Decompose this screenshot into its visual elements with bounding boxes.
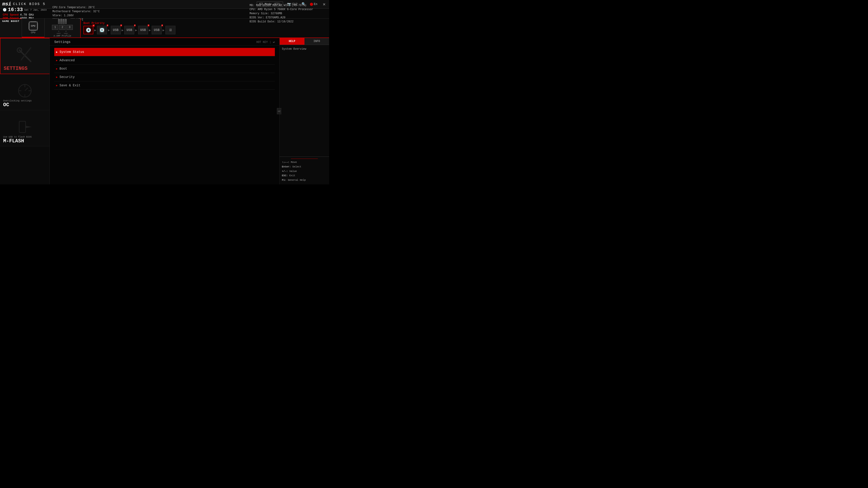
mem-size: Memory Size: 32768MB — [250, 11, 327, 15]
menu-label-security: Security — [59, 75, 74, 79]
collapse-handle[interactable]: ≪ — [277, 108, 281, 114]
sidebar-item-settings[interactable]: SETTINGS — [0, 38, 50, 74]
menu-item-security[interactable]: ▶ Security — [54, 73, 275, 81]
mflash-sublabel: Use USB to flash BIOS — [3, 136, 46, 138]
cpu-speed-value: 4.70 GHz — [20, 13, 34, 17]
logo-area: msi CLICK BIOS 5 — [2, 1, 46, 7]
oc-main-label: OC — [3, 102, 46, 108]
center-panel: Settings HOT KEY | ↩ ▶ System Status ▶ A… — [50, 38, 279, 184]
clock-icon: 🕐 — [3, 8, 6, 12]
boot-device-3[interactable]: USB U — [111, 26, 121, 34]
boot-dev2-usb: U — [107, 24, 108, 26]
date-display: Sat 7 Jan, 2023 — [24, 8, 46, 11]
axmp-ram-icon — [58, 19, 67, 24]
menu-arrow-3: ▶ — [56, 67, 58, 70]
hotkey-esc: ESC: Exit — [282, 173, 327, 178]
boot-dev1-badge: ● — [92, 24, 95, 27]
settings-menu: ▶ System Status ▶ Advanced ▶ Boot ▶ Secu… — [50, 46, 279, 92]
menu-arrow-2: ▶ — [56, 59, 58, 62]
vcore: VCore: 1.208V — [53, 13, 250, 18]
menu-item-advanced[interactable]: ▶ Advanced — [54, 56, 275, 65]
left-sidebar: SETTINGS Overclocking settings OC — [0, 38, 50, 184]
help-content-area: System Overview — [280, 45, 329, 157]
axmp-btn-1[interactable]: 1 — [52, 25, 58, 30]
boot-arrow-5: ▶ — [149, 28, 151, 32]
boot-device-6[interactable]: USB U — [152, 26, 162, 34]
usb1-label: USB — [113, 28, 119, 32]
axmp-user-2: 2user — [63, 30, 69, 34]
cpu-temp: CPU Core Temperature: 20°C — [53, 5, 250, 9]
menu-label-boot: Boot — [59, 67, 67, 70]
boot-dev3-usb: U — [120, 24, 122, 26]
menu-arrow-1: ▶ — [56, 51, 58, 54]
cdrom-icon: 💽 — [99, 28, 104, 33]
boot-arrow-6: ▶ — [162, 28, 165, 32]
network-icon: 🖥 — [168, 28, 172, 32]
boot-arrow-1: ▶ — [94, 28, 96, 32]
axmp-block: 1 2 3 1user 2user A-XMP Profile — [44, 19, 81, 37]
tab-help[interactable]: HELP — [280, 38, 305, 45]
boot-priority-label: Boot Priority — [84, 22, 327, 25]
clock-display: 16:33 — [8, 7, 23, 13]
hotkey-move: ↑↓←→: Move — [282, 160, 327, 165]
boot-arrow-3: ▶ — [121, 28, 124, 32]
cpu-chip-icon: CPU — [29, 22, 37, 30]
menu-label-system-status: System Status — [59, 50, 84, 54]
tab-info[interactable]: INFO — [305, 38, 329, 45]
menu-label-advanced: Advanced — [59, 59, 74, 62]
bios-title: CLICK BIOS 5 — [13, 2, 46, 6]
axmp-btn-3[interactable]: 3 — [66, 25, 73, 30]
right-panel: HELP INFO System Overview ≪ ↑↓←→: Move E… — [279, 38, 329, 184]
sidebar-item-mflash[interactable]: Use USB to flash BIOS M-FLASH — [0, 110, 50, 147]
info-bar: 🕐 16:33 Sat 7 Jan, 2023 CPU Speed 4.70 G… — [0, 8, 329, 19]
boot-priority-block: Boot Priority 💿 ● ▶ 💽 U ▶ USB — [81, 19, 329, 37]
boot-device-1[interactable]: 💿 ● — [84, 26, 93, 34]
right-panel-tabs: HELP INFO — [280, 38, 329, 45]
boot-dev4-usb: U — [134, 24, 136, 26]
game-boost-label: GAME BOOST — [0, 19, 22, 37]
help-text: System Overview — [282, 47, 306, 51]
cpu-text: CPU — [31, 25, 35, 27]
cpu-selector[interactable]: CPU CPU — [22, 19, 44, 37]
mb-name: MB: MAG B650M MORTAR WIFI (MS-7D76) — [250, 3, 327, 7]
back-icon[interactable]: ↩ — [273, 40, 275, 44]
settings-bg-tools — [15, 46, 35, 65]
settings-panel-title: Settings — [54, 40, 70, 44]
oc-bg-icon — [15, 82, 35, 101]
hotkey-f1: F1: General Help — [282, 178, 327, 183]
sidebar-item-oc[interactable]: Overclocking settings OC — [0, 74, 50, 110]
hotkey-enter: Enter: Select — [282, 165, 327, 169]
cpu-label: CPU — [31, 31, 35, 34]
hotkeys-footer: ↑↓←→: Move Enter: Select +/-: Value ESC:… — [280, 157, 329, 184]
menu-item-boot[interactable]: ▶ Boot — [54, 65, 275, 73]
hotkey-separator-line — [291, 159, 318, 159]
hotkey-separator: | — [270, 41, 271, 44]
menu-arrow-5: ▶ — [56, 84, 58, 87]
menu-item-save-exit[interactable]: ▶ Save & Exit — [54, 81, 275, 90]
menu-item-system-status[interactable]: ▶ System Status — [54, 48, 275, 56]
axmp-buttons-row: 1 2 3 — [52, 25, 73, 30]
boot-device-5[interactable]: USB U — [138, 26, 148, 34]
boot-device-2[interactable]: 💽 U — [97, 26, 107, 34]
menu-arrow-4: ▶ — [56, 75, 58, 79]
cpu-speed-label: CPU Speed — [3, 13, 19, 17]
cpu-speed-row: CPU Speed 4.70 GHz — [3, 13, 48, 17]
boot-dev5-usb: U — [148, 24, 149, 26]
axmp-btn-2[interactable]: 2 — [59, 25, 66, 30]
cpu-name: CPU: AMD Ryzen 5 7600X 6-Core Processor — [250, 7, 327, 11]
boot-arrow-2: ▶ — [107, 28, 110, 32]
hotkey-label: HOT KEY — [256, 41, 268, 44]
hotkey-area: HOT KEY | ↩ — [256, 40, 275, 44]
datetime-block: 🕐 16:33 Sat 7 Jan, 2023 CPU Speed 4.70 G… — [3, 7, 48, 20]
oc-sublabel: Overclocking settings — [3, 100, 46, 102]
boot-device-7[interactable]: 🖥 — [165, 26, 176, 34]
boot-arrow-4: ▶ — [135, 28, 137, 32]
boot-devices-row: 💿 ● ▶ 💽 U ▶ USB U ▶ — [84, 26, 327, 34]
boot-device-4[interactable]: USB U — [124, 26, 134, 34]
controls-bar: GAME BOOST CPU CPU 1 2 3 1user 2user A-X… — [0, 19, 329, 38]
settings-header: Settings HOT KEY | ↩ — [50, 38, 279, 46]
hotkey-value: +/-: Value — [282, 169, 327, 174]
usb2-label: USB — [127, 28, 132, 32]
svg-marker-11 — [26, 126, 32, 128]
svg-rect-10 — [19, 121, 26, 132]
